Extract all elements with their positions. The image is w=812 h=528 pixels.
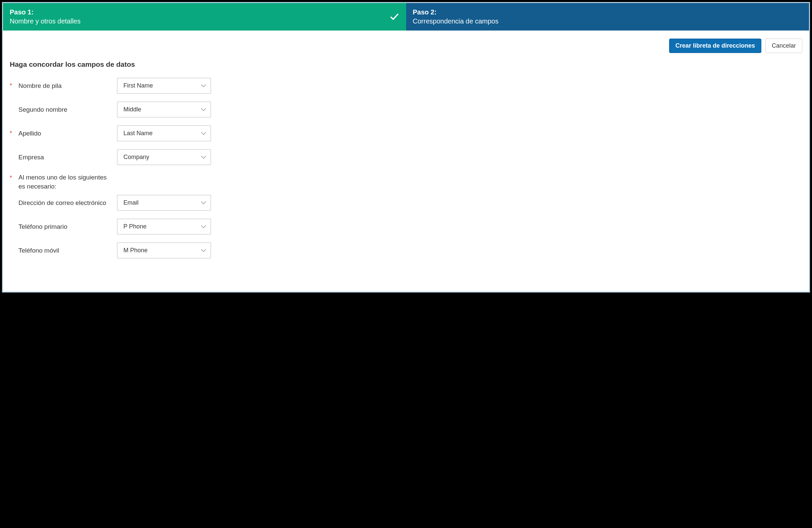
- step-1-text: Paso 1: Nombre y otros detalles: [10, 9, 81, 25]
- company-select[interactable]: Company: [117, 149, 211, 165]
- steps-header: Paso 1: Nombre y otros detalles Paso 2: …: [3, 3, 809, 30]
- step-2-text: Paso 2: Correspondencia de campos: [413, 9, 499, 25]
- required-marker-empty: [10, 195, 18, 196]
- at-least-one-note-row: * Al menos uno de los siguientes es nece…: [10, 173, 802, 191]
- required-marker: *: [10, 173, 18, 182]
- middle-name-select[interactable]: Middle: [117, 102, 211, 117]
- company-select-value: Company: [124, 154, 149, 161]
- section-title: Haga concordar los campos de datos: [10, 60, 802, 69]
- primary-phone-label: Teléfono primario: [18, 223, 117, 230]
- required-marker: *: [10, 130, 18, 137]
- field-row-company: Empresa Company: [10, 149, 802, 165]
- last-name-select-wrap: Last Name: [117, 126, 211, 141]
- at-least-one-note: Al menos uno de los siguientes es necesa…: [18, 173, 117, 191]
- field-row-primary-phone: Teléfono primario P Phone: [10, 219, 802, 234]
- email-select-wrap: Email: [117, 195, 211, 211]
- wizard-container: Paso 1: Nombre y otros detalles Paso 2: …: [2, 2, 810, 292]
- first-name-select[interactable]: First Name: [117, 78, 211, 94]
- email-label: Dirección de correo electrónico: [18, 199, 117, 206]
- field-row-last-name: * Apellido Last Name: [10, 126, 802, 141]
- email-select[interactable]: Email: [117, 195, 211, 211]
- middle-name-select-wrap: Middle: [117, 102, 211, 117]
- mobile-phone-select-value: M Phone: [124, 247, 148, 254]
- cancel-button[interactable]: Cancelar: [765, 39, 802, 53]
- checkmark-icon: [389, 12, 400, 22]
- last-name-select-value: Last Name: [124, 130, 153, 137]
- field-row-email: Dirección de correo electrónico Email: [10, 195, 802, 211]
- middle-name-select-value: Middle: [124, 106, 141, 113]
- primary-phone-select-value: P Phone: [124, 223, 147, 230]
- mobile-phone-select[interactable]: M Phone: [117, 243, 211, 258]
- required-marker: *: [10, 82, 18, 89]
- email-select-value: Email: [124, 199, 139, 206]
- step-1-number: Paso 1:: [10, 9, 81, 16]
- company-label: Empresa: [18, 154, 117, 161]
- primary-phone-select[interactable]: P Phone: [117, 219, 211, 234]
- middle-name-label: Segundo nombre: [18, 106, 117, 113]
- step-2-number: Paso 2:: [413, 9, 499, 16]
- last-name-select[interactable]: Last Name: [117, 126, 211, 141]
- action-bar: Crear libreta de direcciones Cancelar: [3, 30, 809, 57]
- mobile-phone-label: Teléfono móvil: [18, 247, 117, 254]
- last-name-label: Apellido: [18, 130, 117, 137]
- field-row-middle-name: Segundo nombre Middle: [10, 102, 802, 117]
- step-1-completed[interactable]: Paso 1: Nombre y otros detalles: [3, 3, 406, 30]
- content-area: Haga concordar los campos de datos * Nom…: [3, 57, 809, 273]
- step-2-title: Correspondencia de campos: [413, 17, 499, 25]
- step-2-active[interactable]: Paso 2: Correspondencia de campos: [406, 3, 809, 30]
- step-1-title: Nombre y otros detalles: [10, 17, 81, 25]
- first-name-select-value: First Name: [124, 82, 153, 89]
- primary-phone-select-wrap: P Phone: [117, 219, 211, 234]
- create-address-book-button[interactable]: Crear libreta de direcciones: [669, 39, 762, 53]
- field-row-first-name: * Nombre de pila First Name: [10, 78, 802, 94]
- mobile-phone-select-wrap: M Phone: [117, 243, 211, 258]
- company-select-wrap: Company: [117, 149, 211, 165]
- field-row-mobile-phone: Teléfono móvil M Phone: [10, 243, 802, 258]
- first-name-select-wrap: First Name: [117, 78, 211, 94]
- first-name-label: Nombre de pila: [18, 82, 117, 89]
